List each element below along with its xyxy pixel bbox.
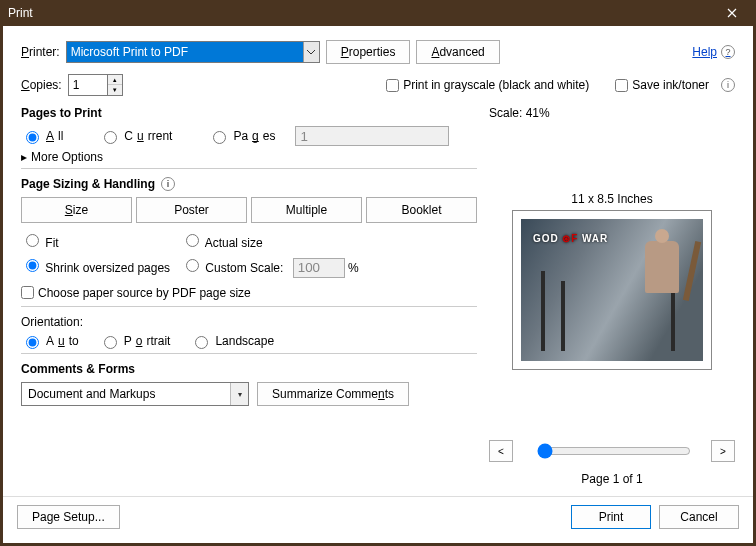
more-options-label: More Options: [31, 150, 103, 164]
choose-paper-checkbox[interactable]: Choose paper source by PDF page size: [21, 286, 251, 300]
left-column: Pages to Print All Current Pages ▸ More …: [21, 106, 477, 486]
help-link[interactable]: Help ?: [692, 45, 735, 59]
titlebar: Print: [0, 0, 756, 26]
shrink-radio[interactable]: Shrink oversized pages: [21, 256, 181, 278]
game-logo: GOD ⊛F WAR: [533, 233, 608, 244]
copies-up[interactable]: ▲: [108, 75, 122, 85]
poster-button[interactable]: Poster: [136, 197, 247, 223]
help-icon: ?: [721, 45, 735, 59]
caret-right-icon: ▸: [21, 150, 27, 164]
scale-label: Scale: 41%: [489, 106, 735, 120]
preview-column: Scale: 41% 11 x 8.5 Inches GOD ⊛F WAR: [483, 106, 735, 486]
character-figure: [645, 241, 679, 293]
copies-label: Copies:: [21, 78, 62, 92]
client-area: Printer: Microsoft Print to PDF Properti…: [3, 26, 753, 543]
preview-image: GOD ⊛F WAR: [521, 219, 703, 361]
page-indicator: Page 1 of 1: [489, 472, 735, 486]
saveink-label: Save ink/toner: [632, 78, 709, 92]
next-page-button[interactable]: >: [711, 440, 735, 462]
summarize-button[interactable]: Summarize Comments: [257, 382, 409, 406]
main-area: Pages to Print All Current Pages ▸ More …: [3, 106, 753, 496]
printer-label: Printer:: [21, 45, 60, 59]
printer-row: Printer: Microsoft Print to PDF Properti…: [3, 26, 753, 70]
saveink-checkbox[interactable]: Save ink/toner: [615, 78, 709, 92]
orientation-section: Orientation: Auto Portrait Landscape: [21, 315, 477, 354]
custom-radio[interactable]: Custom Scale: %: [181, 256, 477, 278]
preview-frame: GOD ⊛F WAR: [512, 210, 712, 370]
pages-section: Pages to Print All Current Pages ▸ More …: [21, 106, 477, 169]
help-label: Help: [692, 45, 717, 59]
pages-all-radio[interactable]: All: [21, 128, 63, 144]
comments-section: Comments & Forms Document and Markups ▾ …: [21, 362, 477, 406]
size-button[interactable]: Size: [21, 197, 132, 223]
preview-slider[interactable]: [537, 443, 691, 459]
actual-radio[interactable]: Actual size: [181, 231, 477, 250]
chevron-down-icon: ▾: [230, 383, 248, 405]
custom-scale-input[interactable]: [293, 258, 345, 278]
chevron-down-icon: [303, 42, 319, 62]
advanced-button[interactable]: Advanced: [416, 40, 499, 64]
close-icon: [727, 8, 737, 18]
orientation-title: Orientation:: [21, 315, 477, 329]
pages-title: Pages to Print: [21, 106, 477, 120]
grayscale-input[interactable]: [386, 79, 399, 92]
choose-paper-label: Choose paper source by PDF page size: [38, 286, 251, 300]
preview-nav: < >: [489, 440, 735, 462]
prev-page-button[interactable]: <: [489, 440, 513, 462]
orient-portrait-radio[interactable]: Portrait: [99, 333, 171, 349]
info-icon[interactable]: i: [161, 177, 175, 191]
copies-down[interactable]: ▼: [108, 85, 122, 95]
booklet-button[interactable]: Booklet: [366, 197, 477, 223]
copies-row: Copies: ▲ ▼ Print in grayscale (black an…: [3, 70, 753, 106]
pct-label: %: [348, 261, 359, 275]
info-icon[interactable]: i: [721, 78, 735, 92]
print-dialog: Print Printer: Microsoft Print to PDF Pr…: [0, 0, 756, 546]
saveink-input[interactable]: [615, 79, 628, 92]
grayscale-checkbox[interactable]: Print in grayscale (black and white): [386, 78, 589, 92]
pages-pages-radio[interactable]: Pages: [208, 128, 275, 144]
printer-select[interactable]: Microsoft Print to PDF: [66, 41, 320, 63]
paper-dimensions: 11 x 8.5 Inches: [489, 192, 735, 206]
properties-button[interactable]: Properties: [326, 40, 411, 64]
comments-value: Document and Markups: [28, 387, 155, 401]
print-button[interactable]: Print: [571, 505, 651, 529]
close-button[interactable]: [716, 1, 748, 25]
orient-auto-radio[interactable]: Auto: [21, 333, 79, 349]
copies-input[interactable]: [68, 74, 108, 96]
footer: Page Setup... Print Cancel: [3, 496, 753, 543]
sizing-section: Page Sizing & Handling i Size Poster Mul…: [21, 177, 477, 307]
page-setup-button[interactable]: Page Setup...: [17, 505, 120, 529]
orient-landscape-radio[interactable]: Landscape: [190, 333, 274, 349]
copies-spinner[interactable]: ▲ ▼: [68, 74, 123, 96]
fit-radio[interactable]: Fit: [21, 231, 181, 250]
comments-title: Comments & Forms: [21, 362, 477, 376]
grayscale-label: Print in grayscale (black and white): [403, 78, 589, 92]
pages-input[interactable]: [295, 126, 449, 146]
cancel-button[interactable]: Cancel: [659, 505, 739, 529]
printer-value: Microsoft Print to PDF: [71, 45, 188, 59]
multiple-button[interactable]: Multiple: [251, 197, 362, 223]
pages-current-radio[interactable]: Current: [99, 128, 172, 144]
comments-dropdown[interactable]: Document and Markups ▾: [21, 382, 249, 406]
window-title: Print: [8, 6, 716, 20]
more-options-toggle[interactable]: ▸ More Options: [21, 150, 477, 164]
sizing-title: Page Sizing & Handling: [21, 177, 155, 191]
